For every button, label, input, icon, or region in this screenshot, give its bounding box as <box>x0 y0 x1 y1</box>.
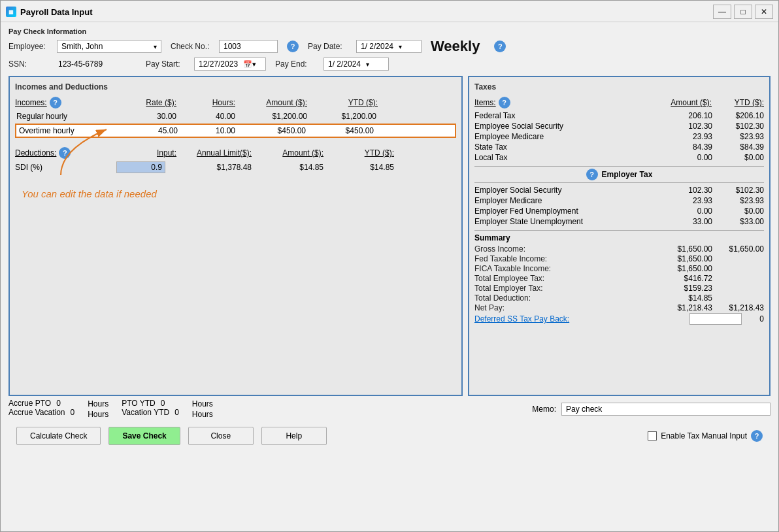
content-area: Pay Check Information Employee: Smith, J… <box>1 22 778 531</box>
deferred-ss-row: Deferred SS Tax Pay Back: 0 <box>474 313 764 325</box>
fica-taxable-label: FICA Taxable Income: <box>474 264 663 273</box>
gross-income-ytd: $1,650.00 <box>715 244 764 254</box>
employer-ss-label: Employer Social Security <box>474 186 666 195</box>
tax-row-local: Local Tax 0.00 $0.00 <box>474 153 764 162</box>
emp-medicare-amount: 23.93 <box>666 132 715 141</box>
col-ded-ytd-header: YTD ($): <box>365 148 394 158</box>
period-help-button[interactable]: ? <box>494 41 506 52</box>
incomes-help-button[interactable]: ? <box>50 97 61 108</box>
pay-date-dropdown-arrow[interactable]: ▾ <box>399 43 402 50</box>
employer-tax-header: ? Employer Tax <box>474 166 764 183</box>
deferred-ss-link[interactable]: Deferred SS Tax Pay Back: <box>474 314 689 324</box>
employer-state-unemp-row: Employer State Unemployment 33.00 $33.00 <box>474 217 764 226</box>
check-no-value: 1003 <box>224 42 241 51</box>
enable-tax-checkbox[interactable] <box>648 431 657 441</box>
maximize-button[interactable]: □ <box>734 5 752 19</box>
summary-fica-taxable: FICA Taxable Income: $1,650.00 <box>474 264 764 273</box>
fed-taxable-label: Fed Taxable Income: <box>474 254 663 263</box>
tax-row-federal: Federal Tax 206.10 $206.10 <box>474 111 764 120</box>
pay-start-label: Pay Start: <box>146 59 185 69</box>
employee-dropdown-arrow: ▾ <box>154 43 157 50</box>
employer-fed-unemp-ytd: $0.00 <box>715 207 764 216</box>
pay-end-dropdown-arrow[interactable]: ▾ <box>366 61 369 68</box>
main-window: ▦ Payroll Data Input — □ ✕ Pay Check Inf… <box>0 0 779 532</box>
fica-taxable-ytd <box>715 264 764 273</box>
vacation-ytd-value: 0 <box>174 408 179 417</box>
employer-medicare-ytd: $23.93 <box>715 196 764 205</box>
summary-gross-income: Gross Income: $1,650.00 $1,650.00 <box>474 244 764 254</box>
employer-ss-row: Employer Social Security 102.30 $102.30 <box>474 186 764 195</box>
enable-tax-help-button[interactable]: ? <box>751 430 763 442</box>
incomes-panel: Incomes and Deductions Incomes: ? Rate (… <box>8 76 463 396</box>
items-label: Items: <box>474 98 496 107</box>
state-tax-ytd: $84.39 <box>715 142 764 152</box>
hours-label-3: Hours <box>192 399 213 408</box>
employer-medicare-amount: 23.93 <box>666 196 715 205</box>
summary-label: Summary <box>474 233 764 242</box>
save-button[interactable]: Save Check <box>108 427 180 445</box>
sdi-amount: $14.85 <box>257 163 329 172</box>
income-regular-rate: 30.00 <box>116 111 182 122</box>
pay-start-value: 12/27/2023 <box>199 59 238 69</box>
emp-medicare-label: Employee Medicare <box>474 132 666 141</box>
vacation-ytd-row: Vacation YTD 0 <box>122 408 179 417</box>
memo-input[interactable] <box>561 403 771 416</box>
gross-income-label: Gross Income: <box>474 244 663 254</box>
income-regular-amount: $1,200.00 <box>240 111 312 122</box>
annotation-text-container: You can edit the data if needed <box>22 188 456 199</box>
items-label-group: Items: ? <box>474 97 663 108</box>
pay-end-value: 1/ 2/2024 <box>328 59 361 69</box>
employer-state-unemp-ytd: $33.00 <box>715 217 764 226</box>
employee-label: Employee: <box>8 42 48 51</box>
help-button[interactable]: Help <box>261 427 327 445</box>
employee-dropdown[interactable]: Smith, John ▾ <box>57 40 161 53</box>
pay-period-label: Weekly <box>431 38 480 55</box>
hours-label-4: Hours <box>192 410 213 419</box>
close-button[interactable]: Close <box>188 427 254 445</box>
pay-start-field[interactable]: 12/27/2023 📅▾ <box>194 58 266 71</box>
tax-row-emp-medicare: Employee Medicare 23.93 $23.93 <box>474 132 764 141</box>
deferred-ss-input[interactable] <box>689 313 742 325</box>
col-amount-header: Amount ($): <box>266 98 307 107</box>
memo-label: Memo: <box>532 405 556 414</box>
check-no-help-button[interactable]: ? <box>287 41 299 52</box>
pay-end-label: Pay End: <box>275 59 314 69</box>
annotation-text: You can edit the data if needed <box>22 188 157 199</box>
incomes-label: Incomes: <box>15 98 47 107</box>
pto-ytd-row: PTO YTD 0 <box>122 399 179 408</box>
minimize-button[interactable]: — <box>713 5 731 19</box>
tax-col-ytd-header: YTD ($): <box>712 98 764 107</box>
accrue-pto-group: Accrue PTO 0 Accrue Vacation 0 <box>8 399 75 419</box>
employer-tax-help-button[interactable]: ? <box>586 169 598 180</box>
incomes-header-row: Incomes: ? Rate ($): Hours: Amount ($): … <box>15 97 456 108</box>
fed-taxable-ytd <box>715 254 764 263</box>
income-overtime-amount: $450.00 <box>239 126 310 135</box>
col-annual-header: Annual Limit($): <box>197 148 252 158</box>
pay-end-field[interactable]: 1/ 2/2024 ▾ <box>323 58 389 71</box>
items-help-button[interactable]: ? <box>499 97 510 108</box>
accrue-pto-row: Accrue PTO 0 <box>8 399 75 408</box>
ssn-value: 123-45-6789 <box>58 59 137 69</box>
hours-label-1: Hours <box>88 399 108 408</box>
net-pay-ytd: $1,218.43 <box>715 303 764 312</box>
calculate-button[interactable]: Calculate Check <box>16 427 101 445</box>
employer-fed-unemp-label: Employer Fed Unemployment <box>474 207 666 216</box>
federal-tax-amount: 206.10 <box>666 111 715 120</box>
employer-tax-label: Employer Tax <box>602 170 653 179</box>
calendar-icon[interactable]: 📅▾ <box>243 60 256 69</box>
emp-ss-amount: 102.30 <box>666 122 715 131</box>
buttons-row: Calculate Check Save Check Close Help En… <box>8 422 771 450</box>
close-window-button[interactable]: ✕ <box>755 5 773 19</box>
employer-ss-ytd: $102.30 <box>715 186 764 195</box>
enable-tax-label: Enable Tax Manual Input <box>661 431 747 441</box>
check-no-field[interactable]: 1003 <box>219 40 278 53</box>
pay-date-field[interactable]: 1/ 2/2024 ▾ <box>356 40 422 53</box>
employee-value: Smith, John <box>61 42 103 51</box>
hours-group: Hours Hours <box>88 399 108 419</box>
employer-medicare-label: Employer Medicare <box>474 196 666 205</box>
income-row-regular: Regular hourly 30.00 40.00 $1,200.00 $1,… <box>15 111 456 122</box>
emp-ss-label: Employee Social Security <box>474 122 666 131</box>
pay-check-info: Pay Check Information Employee: Smith, J… <box>8 27 771 71</box>
pay-date-label: Pay Date: <box>308 42 347 51</box>
app-icon: ▦ <box>6 7 16 17</box>
